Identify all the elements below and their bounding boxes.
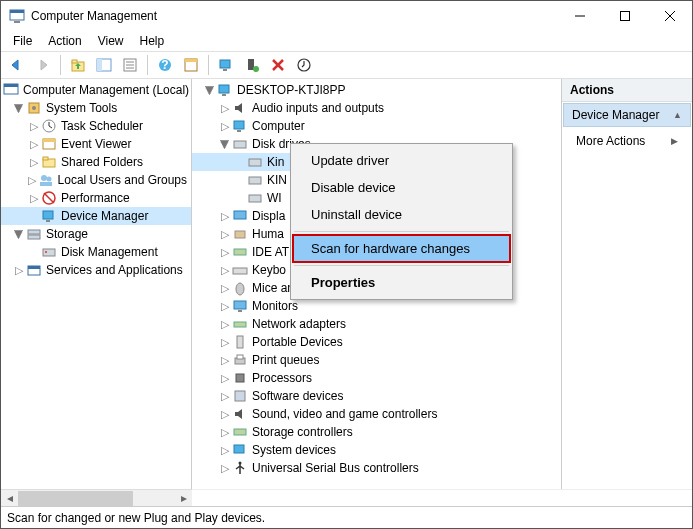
uninstall-button[interactable] [266,54,290,76]
expand-icon[interactable]: ▷ [217,246,232,259]
scan-button[interactable] [214,54,238,76]
help-button[interactable]: ? [153,54,177,76]
forward-button[interactable] [31,54,55,76]
tree-computer-management[interactable]: Computer Management (Local) [1,81,191,99]
tree-storage[interactable]: ⯆ Storage [1,225,191,243]
expand-icon[interactable]: ▷ [217,300,232,313]
ctx-scan-hardware[interactable]: Scan for hardware changes [293,235,510,262]
svg-rect-4 [620,12,629,21]
arrow-up-icon: ▲ [673,110,682,120]
expand-icon[interactable]: ▷ [217,264,232,277]
svg-rect-34 [43,139,55,142]
expand-icon[interactable]: ▷ [217,354,232,367]
svg-point-22 [253,66,259,72]
svg-rect-72 [234,445,244,453]
dev-system[interactable]: ▷System devices [192,441,561,459]
expand-icon[interactable]: ▷ [217,336,232,349]
expand-icon[interactable]: ▷ [26,192,41,205]
dev-processors[interactable]: ▷Processors [192,369,561,387]
menu-view[interactable]: View [90,32,132,50]
menu-file[interactable]: File [5,32,40,50]
dev-printq[interactable]: ▷Print queues [192,351,561,369]
collapse-icon[interactable]: ⯆ [202,84,217,96]
properties-button[interactable] [118,54,142,76]
ctx-uninstall-device[interactable]: Uninstall device [293,201,510,228]
show-hide-tree-button[interactable] [92,54,116,76]
svg-rect-19 [220,60,230,68]
expand-icon[interactable]: ▷ [26,138,41,151]
dev-computer[interactable]: ▷Computer [192,117,561,135]
expand-icon[interactable]: ▷ [217,390,232,403]
dev-storage-ctrl[interactable]: ▷Storage controllers [192,423,561,441]
svg-point-37 [41,175,47,181]
left-scrollbar[interactable]: ◂▸ [1,489,192,506]
svg-rect-49 [28,266,40,269]
back-button[interactable] [5,54,29,76]
tree-event-viewer[interactable]: ▷ Event Viewer [1,135,191,153]
expand-icon[interactable]: ▷ [26,120,41,133]
tree-local-users[interactable]: ▷ Local Users and Groups [1,171,191,189]
dev-usb[interactable]: ▷Universal Serial Bus controllers [192,459,561,477]
dev-audio[interactable]: ▷Audio inputs and outputs [192,99,561,117]
tree-device-manager[interactable]: Device Manager [1,207,191,225]
expand-icon[interactable]: ▷ [11,264,26,277]
dev-network[interactable]: ▷Network adapters [192,315,561,333]
dev-sound[interactable]: ▷Sound, video and game controllers [192,405,561,423]
ctx-properties[interactable]: Properties [293,269,510,296]
status-text: Scan for changed or new Plug and Play de… [7,511,265,525]
menu-action[interactable]: Action [40,32,89,50]
status-bar: Scan for changed or new Plug and Play de… [1,506,692,528]
svg-rect-36 [43,157,48,160]
svg-point-29 [32,106,36,110]
toolbar: ? [1,51,692,79]
expand-icon[interactable]: ▷ [217,408,232,421]
update-driver-button[interactable] [292,54,316,76]
tree-system-tools[interactable]: ⯆ System Tools [1,99,191,117]
expand-icon[interactable]: ▷ [217,462,232,475]
add-hardware-button[interactable] [240,54,264,76]
svg-rect-51 [222,94,226,96]
ctx-disable-device[interactable]: Disable device [293,174,510,201]
expand-icon[interactable]: ▷ [217,102,232,115]
expand-icon[interactable]: ▷ [26,174,38,187]
actions-more-actions[interactable]: More Actions ▶ [562,128,692,154]
svg-rect-27 [4,84,18,87]
minimize-button[interactable] [557,1,602,31]
expand-icon[interactable]: ▷ [217,228,232,241]
dev-software[interactable]: ▷Software devices [192,387,561,405]
actions-device-manager[interactable]: Device Manager ▲ [563,103,691,127]
collapse-icon[interactable]: ⯆ [11,228,26,240]
expand-icon[interactable]: ▷ [217,426,232,439]
context-menu: Update driver Disable device Uninstall d… [290,143,513,300]
maximize-button[interactable] [602,1,647,31]
expand-icon[interactable]: ▷ [217,318,232,331]
svg-rect-71 [234,429,246,435]
expand-icon[interactable]: ▷ [217,120,232,133]
refresh-button[interactable] [179,54,203,76]
collapse-icon[interactable]: ⯆ [11,102,26,114]
dev-portable[interactable]: ▷Portable Devices [192,333,561,351]
close-button[interactable] [647,1,692,31]
svg-rect-55 [249,159,261,166]
svg-rect-39 [40,182,52,186]
svg-rect-59 [235,231,245,238]
ctx-update-driver[interactable]: Update driver [293,147,510,174]
expand-icon[interactable]: ▷ [217,444,232,457]
svg-rect-63 [234,301,246,309]
tree-task-scheduler[interactable]: ▷ Task Scheduler [1,117,191,135]
expand-icon[interactable]: ▷ [217,282,232,295]
tree-performance[interactable]: ▷ Performance [1,189,191,207]
menu-help[interactable]: Help [132,32,173,50]
dev-root[interactable]: ⯆DESKTOP-KTJI8PP [192,81,561,99]
svg-rect-68 [237,355,243,359]
tree-services-apps[interactable]: ▷ Services and Applications [1,261,191,279]
tree-disk-management[interactable]: Disk Management [1,243,191,261]
expand-icon[interactable]: ▷ [217,210,232,223]
expand-icon[interactable]: ▷ [217,372,232,385]
tree-shared-folders[interactable]: ▷ Shared Folders [1,153,191,171]
svg-rect-65 [234,322,246,327]
collapse-icon[interactable]: ⯆ [217,138,232,150]
svg-rect-61 [233,268,247,274]
up-button[interactable] [66,54,90,76]
expand-icon[interactable]: ▷ [26,156,41,169]
